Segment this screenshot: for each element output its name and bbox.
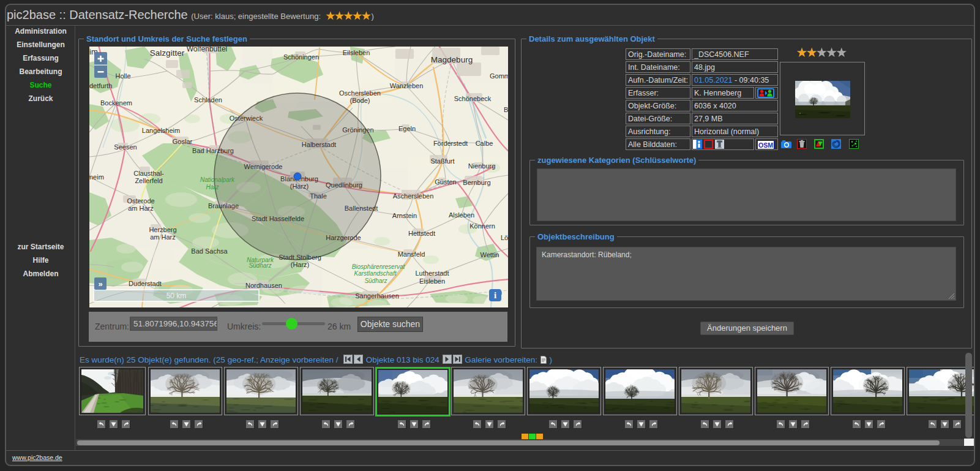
svg-text:Bernburg: Bernburg	[463, 179, 490, 186]
svg-text:Karstlandschaft: Karstlandschaft	[354, 270, 397, 277]
svg-text:Bad Harzburg: Bad Harzburg	[192, 147, 234, 154]
svg-text:Goslar: Goslar	[173, 138, 193, 145]
svg-text:Alsleben: Alsleben	[449, 211, 474, 219]
svg-text:Clausthal-: Clausthal-	[133, 170, 164, 177]
svg-text:Nationalpark: Nationalpark	[200, 176, 235, 183]
svg-text:Förderstedt: Förderstedt	[433, 140, 468, 147]
svg-text:Könnern: Könnern	[469, 222, 495, 230]
svg-text:neim: neim	[89, 173, 104, 181]
svg-text:Zellerfeld: Zellerfeld	[135, 177, 162, 184]
svg-text:Herzberg: Herzberg	[149, 226, 176, 233]
svg-text:(Harz): (Harz)	[291, 261, 310, 268]
svg-text:Löb: Löb	[501, 234, 508, 241]
svg-text:Braunlage: Braunlage	[208, 202, 239, 209]
svg-text:Hettstedt: Hettstedt	[408, 230, 435, 237]
svg-text:Staßfurt: Staßfurt	[430, 157, 454, 165]
svg-text:Eisleben: Eisleben	[419, 277, 445, 285]
svg-text:Wolfenbüttel: Wolfenbüttel	[187, 47, 228, 53]
svg-text:»: »	[98, 279, 102, 288]
svg-text:Schöningen: Schöningen	[283, 53, 319, 61]
svg-text:Oschersleben: Oschersleben	[339, 89, 381, 97]
svg-text:Eilsleben: Eilsleben	[343, 49, 370, 56]
svg-text:detfurth: detfurth	[89, 82, 112, 89]
svg-text:Biosphärenreservat: Biosphärenreservat	[352, 263, 406, 270]
svg-text:Magdeburg: Magdeburg	[431, 55, 473, 64]
svg-text:Nordhausen: Nordhausen	[245, 282, 282, 289]
svg-text:Osterwieck: Osterwieck	[230, 115, 263, 122]
svg-text:Ballenstedt: Ballenstedt	[345, 205, 378, 212]
svg-text:(Harz): (Harz)	[290, 183, 309, 190]
svg-text:Arnstein: Arnstein	[392, 212, 417, 219]
svg-text:Schladen: Schladen	[194, 96, 222, 104]
svg-text:Salzgitter: Salzgitter	[150, 48, 185, 58]
svg-text:Südharz: Südharz	[364, 277, 387, 284]
svg-text:Wettin: Wettin	[481, 251, 499, 258]
svg-text:Schönebeck: Schönebeck	[454, 95, 492, 102]
svg-text:Halberstadt: Halberstadt	[302, 141, 336, 148]
svg-text:Südharz: Südharz	[249, 262, 271, 269]
svg-text:am Harz: am Harz	[150, 233, 176, 241]
svg-text:Gommer: Gommer	[490, 72, 508, 80]
svg-text:OSM: OSM	[758, 141, 773, 148]
svg-text:i: i	[494, 290, 496, 300]
svg-text:Langelsheim: Langelsheim	[142, 127, 180, 134]
svg-text:Sangerhausen: Sangerhausen	[355, 292, 399, 300]
svg-text:Osterode: Osterode	[127, 197, 154, 205]
svg-text:Harz: Harz	[206, 184, 219, 190]
svg-text:Nienburg: Nienburg	[468, 162, 496, 170]
svg-text:am Harz: am Harz	[128, 205, 154, 212]
svg-text:Quedlinburg: Quedlinburg	[326, 181, 362, 189]
svg-text:Bad Sachsa: Bad Sachsa	[191, 247, 228, 255]
svg-text:Mansfeld: Mansfeld	[398, 251, 425, 258]
svg-text:Harzgerode: Harzgerode	[326, 234, 361, 241]
svg-text:Thale: Thale	[310, 192, 327, 200]
svg-text:Stadt Stolberg: Stadt Stolberg	[279, 254, 321, 261]
svg-text:Stadt Hasselfelde: Stadt Hasselfelde	[252, 215, 304, 222]
svg-text:Wernigerode: Wernigerode	[244, 163, 283, 170]
svg-text:Duderstadt: Duderstadt	[129, 280, 162, 287]
svg-text:Güsten: Güsten	[435, 178, 456, 186]
svg-text:(Bode): (Bode)	[350, 97, 370, 104]
svg-text:Seesen: Seesen	[114, 143, 137, 151]
svg-text:Holle: Holle	[115, 72, 130, 80]
svg-text:Ba: Ba	[504, 106, 508, 113]
svg-text:Egeln: Egeln	[398, 125, 416, 132]
svg-text:Calbe: Calbe	[476, 140, 493, 147]
svg-text:Wanzleben: Wanzleben	[390, 82, 424, 89]
svg-text:Bockenem: Bockenem	[100, 99, 132, 107]
svg-text:Gröningen: Gröningen	[342, 126, 373, 134]
svg-text:Lutherstadt: Lutherstadt	[415, 269, 449, 277]
svg-text:Aschersleben: Aschersleben	[393, 192, 434, 200]
svg-text:50 km: 50 km	[166, 292, 187, 300]
